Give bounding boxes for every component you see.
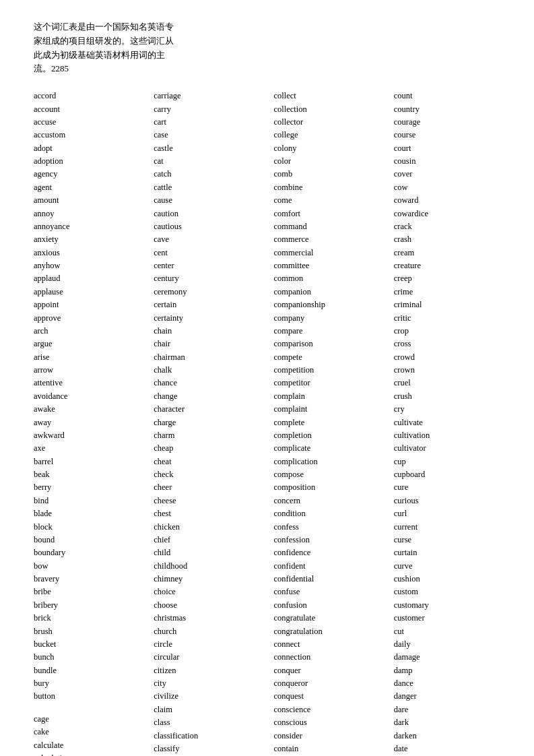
list-item: citizen — [154, 664, 267, 677]
list-item: dark — [394, 716, 507, 729]
list-item: connection — [274, 651, 387, 664]
list-item: classification — [154, 730, 267, 743]
list-item: cream — [394, 247, 507, 259]
list-item: composition — [274, 481, 387, 494]
list-item: cupboard — [394, 468, 507, 481]
list-item: carry — [154, 103, 267, 116]
list-item: curl — [394, 507, 507, 520]
list-item: cowardice — [394, 208, 507, 220]
list-item: dare — [394, 703, 507, 716]
column-1: accordaccountaccuseaccustomadoptadoption… — [34, 90, 154, 756]
list-item: cage — [34, 713, 147, 726]
list-item: calculate — [34, 739, 147, 752]
list-item: bundle — [34, 664, 147, 677]
list-item: arch — [34, 325, 147, 338]
list-item: awkward — [34, 429, 147, 442]
list-item: companion — [274, 286, 387, 298]
list-item: castle — [154, 142, 267, 155]
list-item: confess — [274, 521, 387, 534]
list-item: barrel — [34, 455, 147, 468]
list-item: chimney — [154, 573, 267, 586]
list-item: applaud — [34, 272, 147, 285]
list-item: carriage — [154, 90, 267, 102]
list-item: cup — [394, 455, 507, 468]
list-item: creature — [394, 259, 507, 272]
list-item: calculation — [34, 752, 147, 756]
word-columns: accordaccountaccuseaccustomadoptadoption… — [34, 90, 514, 756]
list-item: crush — [394, 390, 507, 403]
list-item: civilize — [154, 690, 267, 703]
list-item: brick — [34, 612, 147, 625]
list-item: button — [34, 690, 147, 703]
list-item: crowd — [394, 351, 507, 364]
list-item: away — [34, 416, 147, 429]
list-item: confession — [274, 534, 387, 546]
list-item: collection — [274, 103, 387, 116]
list-item: country — [394, 103, 507, 116]
list-item: commercial — [274, 247, 387, 259]
list-item: curious — [394, 495, 507, 507]
list-item: anxious — [34, 247, 147, 259]
list-item: child — [154, 546, 267, 559]
list-item: cultivator — [394, 442, 507, 455]
list-item: bribe — [34, 586, 147, 598]
list-item: cut — [394, 625, 507, 638]
list-item: command — [274, 220, 387, 233]
list-item: course — [394, 129, 507, 141]
list-item: cheese — [154, 495, 267, 507]
list-item: confuse — [274, 586, 387, 598]
column-4: countcountrycouragecoursecourtcousincove… — [394, 90, 514, 756]
list-item: cultivation — [394, 429, 507, 442]
list-item: charge — [154, 416, 267, 429]
list-item: cross — [394, 338, 507, 350]
list-item: berry — [34, 481, 147, 494]
list-item: anxiety — [34, 233, 147, 246]
list-item: competitor — [274, 377, 387, 389]
list-item: comb — [274, 168, 387, 181]
list-item: blade — [34, 507, 147, 520]
list-item: ceremony — [154, 286, 267, 298]
list-item: comparison — [274, 338, 387, 350]
list-item: confusion — [274, 599, 387, 612]
list-item: arise — [34, 351, 147, 364]
list-item: college — [274, 129, 387, 141]
list-item: companionship — [274, 298, 387, 311]
list-item: chest — [154, 507, 267, 520]
column-3: collectcollectioncollectorcollegecolonyc… — [274, 90, 394, 756]
list-item: curtain — [394, 546, 507, 559]
list-item: bury — [34, 677, 147, 690]
intro-text: 这个词汇表是由一个国际知名英语专家组成的项目组研发的。这些词汇从此成为初级基础英… — [34, 20, 182, 76]
list-item: adopt — [34, 142, 147, 155]
list-item: bunch — [34, 651, 147, 664]
list-item: awake — [34, 403, 147, 416]
list-item: danger — [394, 690, 507, 703]
list-item: cushion — [394, 573, 507, 586]
list-item: bound — [34, 534, 147, 546]
list-item: chalk — [154, 364, 267, 377]
list-item: customary — [394, 599, 507, 612]
list-item: cry — [394, 403, 507, 416]
list-item: common — [274, 272, 387, 285]
list-item: complicate — [274, 442, 387, 455]
list-item: confident — [274, 560, 387, 573]
list-item: custom — [394, 586, 507, 598]
list-item: crash — [394, 233, 507, 246]
list-item: account — [34, 103, 147, 116]
list-item: collector — [274, 116, 387, 129]
list-item: critic — [394, 312, 507, 325]
list-item: complication — [274, 455, 387, 468]
list-item: connect — [274, 638, 387, 651]
list-item: approve — [34, 312, 147, 325]
list-item: competition — [274, 364, 387, 377]
list-item: cat — [154, 155, 267, 168]
list-item: condition — [274, 507, 387, 520]
list-item: bind — [34, 495, 147, 507]
list-item: cart — [154, 116, 267, 129]
list-item: certain — [154, 298, 267, 311]
list-item: accustom — [34, 129, 147, 141]
list-item: character — [154, 403, 267, 416]
list-item: color — [274, 155, 387, 168]
list-item: change — [154, 390, 267, 403]
list-item: conquer — [274, 664, 387, 677]
list-item: cave — [154, 233, 267, 246]
